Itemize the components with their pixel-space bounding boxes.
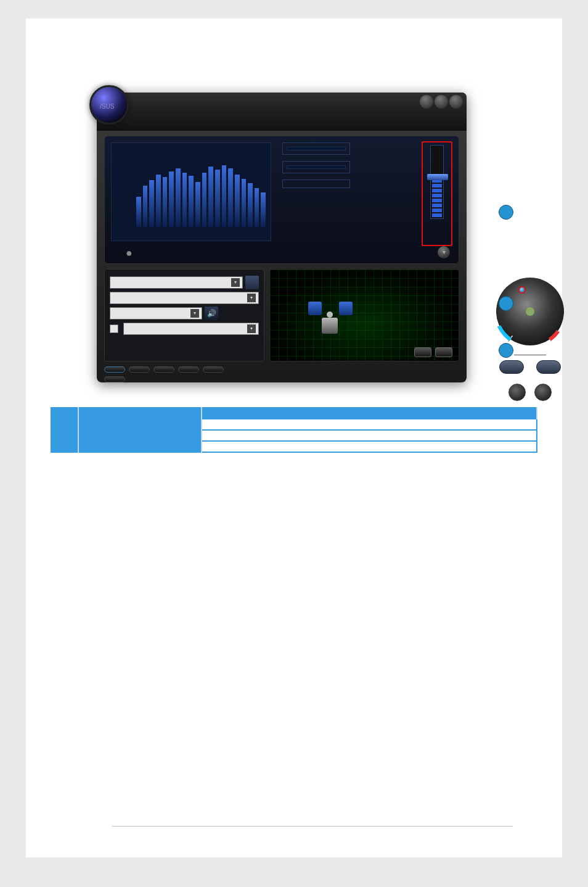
volume-knob-cluster — [484, 278, 576, 405]
tab-vocalfx[interactable] — [104, 376, 125, 382]
smart-volume-meter — [422, 141, 452, 246]
volume-knob[interactable] — [496, 278, 564, 345]
row2-no — [51, 430, 78, 441]
stop-button[interactable] — [435, 347, 452, 357]
close-button[interactable] — [449, 95, 463, 109]
table-row — [51, 441, 537, 452]
row1-item — [78, 419, 202, 430]
row3-no — [51, 441, 78, 452]
chevron-down-icon: ▾ — [247, 294, 256, 302]
row2-desc — [202, 430, 537, 441]
dsp-mode-button-1[interactable] — [508, 384, 526, 401]
mute-toggle[interactable] — [536, 360, 561, 374]
callout-1 — [499, 343, 513, 358]
analog-out-select[interactable]: ▾ — [110, 307, 202, 320]
document-page: ● ▾ ▾ — [26, 19, 562, 857]
audio-center-window: ● ▾ ▾ — [97, 93, 467, 382]
sample-rate-select[interactable]: ▾ — [110, 292, 259, 304]
play-prev-button[interactable] — [414, 347, 431, 357]
dsp-mode-value — [287, 147, 346, 151]
info-button[interactable] — [420, 95, 433, 109]
titlebar — [97, 93, 467, 131]
chevron-down-icon: ▾ — [190, 309, 199, 318]
app-figure: ● ▾ ▾ — [97, 93, 491, 382]
svn-mute-row — [484, 360, 576, 374]
knob-indicator — [526, 307, 534, 316]
dts-row: ● ▾ — [111, 246, 452, 258]
window-buttons — [420, 95, 463, 109]
expand-button[interactable]: ▾ — [438, 246, 450, 258]
row1-no — [51, 419, 78, 430]
asus-logo-icon — [89, 85, 129, 125]
spectrum-bars — [136, 152, 266, 227]
row2-item — [78, 430, 202, 441]
tab-mixer[interactable] — [129, 366, 150, 373]
speaker-left[interactable] — [308, 302, 322, 315]
tab-flexbass[interactable] — [203, 366, 224, 373]
speaker-test-button[interactable]: 🔊 — [205, 307, 218, 320]
callout-3 — [499, 205, 513, 220]
speaker-room-view — [269, 269, 459, 361]
spectrum-analyzer — [111, 142, 271, 241]
reference-table — [51, 407, 537, 453]
tab-row-2 — [104, 376, 459, 382]
display-panel: ● ▾ — [104, 136, 459, 264]
audio-channel-select[interactable]: ▾ — [110, 276, 243, 289]
smart-volume-label — [423, 220, 451, 226]
dsp-mode-buttons — [484, 384, 576, 401]
help-button[interactable] — [245, 276, 259, 289]
dsp-mode-button-2[interactable] — [534, 384, 552, 401]
chevron-down-icon: ▾ — [231, 278, 240, 287]
table-row — [51, 419, 537, 430]
dts-logo: ● — [126, 247, 133, 259]
settings-panel: ▾ ▾ ▾ 🔊 — [104, 269, 264, 361]
spdif-out-select[interactable]: ▾ — [123, 323, 259, 335]
page-footer — [112, 826, 513, 833]
chevron-down-icon: ▾ — [247, 324, 256, 333]
svn-toggle[interactable] — [499, 360, 524, 374]
transport-controls — [414, 347, 452, 357]
tab-row-1 — [104, 366, 459, 373]
spdif-checkbox[interactable] — [110, 324, 118, 333]
dsp-mode-group — [282, 142, 350, 155]
table-row — [51, 430, 537, 441]
col-item — [78, 408, 202, 419]
tab-main[interactable] — [104, 366, 125, 373]
col-no — [51, 408, 78, 419]
output-device-group — [282, 179, 350, 188]
tab-effect[interactable] — [153, 366, 174, 373]
col-desc — [202, 408, 537, 419]
eq-mode-group — [282, 161, 350, 173]
svn-blue-light — [518, 286, 526, 294]
eq-mode-value — [287, 165, 346, 169]
listener-icon — [322, 318, 338, 334]
tab-karaoke[interactable] — [178, 366, 199, 373]
mode-column — [282, 142, 350, 192]
volume-pointer[interactable] — [427, 174, 448, 180]
callout-2 — [499, 296, 513, 311]
lower-row: ▾ ▾ ▾ 🔊 — [104, 269, 459, 361]
row3-desc — [202, 441, 537, 452]
row1-desc — [202, 419, 537, 430]
row3-item — [78, 441, 202, 452]
speaker-right[interactable] — [339, 302, 353, 315]
lr-scale — [514, 349, 546, 355]
volume-slot[interactable] — [430, 145, 444, 219]
minimize-button[interactable] — [435, 95, 448, 109]
